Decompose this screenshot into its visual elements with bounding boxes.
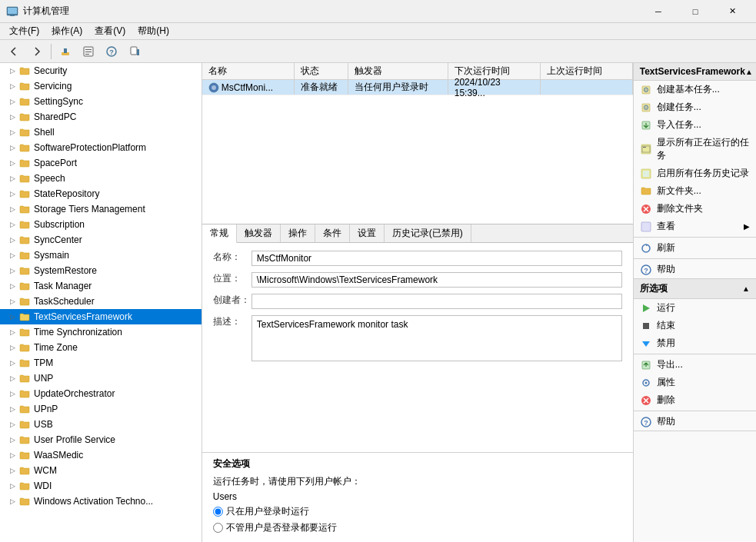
tree-item-userprofileservice[interactable]: ▷ User Profile Service	[0, 432, 201, 447]
col-header-status[interactable]: 状态	[295, 63, 348, 79]
radio-input-1[interactable]	[213, 507, 223, 517]
left-panel: ▷ Security ▷ Servicing ▷ SettingSync ▷	[0, 63, 202, 542]
right-action-show-running[interactable]: 显示所有正在运行的任务	[634, 134, 756, 165]
col-header-name[interactable]: 名称	[202, 63, 295, 79]
folder-icon	[18, 188, 31, 199]
task-detail: 常规 触发器 操作 条件 设置 历史记录(已禁用) 名称： MsCtfMonit…	[202, 224, 633, 542]
tree-item-textservices[interactable]: ▷ TextServicesFramework	[0, 309, 201, 324]
tree-item-wdi[interactable]: ▷ WDI	[0, 478, 201, 494]
desc-value-box[interactable]: TextServicesFramework monitor task	[251, 315, 622, 361]
tree-item-spaceport[interactable]: ▷ SpacePort	[0, 155, 201, 171]
right-action-help[interactable]: ? 帮助	[634, 261, 756, 278]
right-divider	[634, 237, 756, 238]
tree-item-taskscheduler[interactable]: ▷ TaskScheduler	[0, 294, 201, 309]
display-run-icon	[640, 143, 652, 155]
tree-item-upnp[interactable]: ▷ UPnP	[0, 401, 201, 417]
tab-settings[interactable]: 设置	[350, 224, 385, 242]
right-action-properties[interactable]: 属性	[634, 374, 756, 391]
tree-item-security[interactable]: ▷ Security	[0, 63, 201, 78]
col-header-trigger[interactable]: 触发器	[348, 63, 448, 79]
author-value	[251, 294, 622, 309]
right-action-end[interactable]: 结束	[634, 317, 756, 334]
tab-history[interactable]: 历史记录(已禁用)	[385, 224, 471, 242]
tree-toggle: ▷	[6, 172, 18, 185]
run-as-value: Users	[213, 491, 622, 502]
right-action-run[interactable]: 运行	[634, 299, 756, 317]
tree-item-tpm[interactable]: ▷ TPM	[0, 355, 201, 371]
location-value-box[interactable]: \Microsoft\Windows\TextServicesFramework	[251, 272, 622, 288]
tab-triggers[interactable]: 触发器	[237, 224, 281, 242]
tree-item-usb[interactable]: ▷ USB	[0, 417, 201, 432]
tree-item-label: WDI	[34, 480, 52, 491]
radio-option-2[interactable]: 不管用户是否登录都要运行	[213, 521, 622, 534]
export-toolbar-button[interactable]	[124, 42, 145, 61]
tree-item-timezone[interactable]: ▷ Time Zone	[0, 340, 201, 355]
tree-item-taskmanager[interactable]: ▷ Task Manager	[0, 278, 201, 294]
right-action-disable[interactable]: 禁用	[634, 334, 756, 352]
radio-input-2[interactable]	[213, 523, 223, 533]
tree-item-waasmedic[interactable]: ▷ WaaSMedic	[0, 447, 201, 463]
tree-item-softwareprotection[interactable]: ▷ SoftwareProtectionPlatform	[0, 140, 201, 155]
section-collapse-icon-1[interactable]: ▲	[745, 68, 753, 76]
tree-item-wcm[interactable]: ▷ WCM	[0, 463, 201, 478]
tree-item-settingsync[interactable]: ▷ SettingSync	[0, 94, 201, 109]
folder-icon	[18, 434, 31, 445]
tree-item-systemrestore[interactable]: ▷ SystemRestore	[0, 263, 201, 278]
right-action-help2[interactable]: ? 帮助	[634, 413, 756, 431]
col-header-lastrun[interactable]: 上次运行时间	[541, 63, 633, 79]
tree-item-synccenter[interactable]: ▷ SyncCenter	[0, 232, 201, 248]
tree-item-windowsactivation[interactable]: ▷ Windows Activation Techno...	[0, 494, 201, 509]
show-hide-button[interactable]	[78, 42, 99, 61]
up-button[interactable]	[55, 42, 76, 61]
author-value-box[interactable]	[251, 294, 622, 309]
close-button[interactable]: ✕	[714, 0, 750, 23]
tree-item-storagetiers[interactable]: ▷ Storage Tiers Management	[0, 201, 201, 217]
view-icon	[640, 221, 652, 233]
right-action-delete[interactable]: 删除	[634, 391, 756, 409]
tree-item-sharedpc[interactable]: ▷ SharedPC	[0, 109, 201, 125]
tree-item-updateorchestrator[interactable]: ▷ UpdateOrchestrator	[0, 386, 201, 401]
forward-button[interactable]	[26, 42, 48, 61]
right-action-delete-folder[interactable]: 删除文件夹	[634, 200, 756, 218]
section-collapse-icon-2[interactable]: ▲	[742, 284, 750, 293]
right-action-export[interactable]: 导出...	[634, 356, 756, 374]
right-action-create-basic[interactable]: ⚙ 创建基本任务...	[634, 81, 756, 98]
tree-item-speech[interactable]: ▷ Speech	[0, 171, 201, 186]
tree-item-sysmain[interactable]: ▷ Sysmain	[0, 248, 201, 263]
right-action-new-folder[interactable]: 新文件夹...	[634, 182, 756, 200]
right-action-create[interactable]: ⚙ 创建任务...	[634, 98, 756, 116]
task-trigger-cell: 当任何用户登录时	[348, 80, 448, 95]
right-action-enable-history[interactable]: 启用所有任务历史记录	[634, 165, 756, 182]
tab-actions[interactable]: 操作	[281, 224, 315, 242]
menu-file[interactable]: 文件(F)	[3, 23, 45, 39]
menu-help[interactable]: 帮助(H)	[132, 23, 175, 39]
tab-general[interactable]: 常规	[202, 224, 237, 243]
tab-conditions[interactable]: 条件	[315, 224, 350, 242]
name-value-box[interactable]: MsCtfMonitor	[251, 251, 622, 266]
tree-toggle: ▷	[6, 357, 18, 369]
tree-item-servicing[interactable]: ▷ Servicing	[0, 78, 201, 94]
tree-item-subscription[interactable]: ▷ Subscription	[0, 217, 201, 232]
svg-rect-25	[643, 171, 649, 177]
name-label: 名称：	[213, 251, 251, 264]
tree-item-unp[interactable]: ▷ UNP	[0, 371, 201, 386]
tree-item-shell[interactable]: ▷ Shell	[0, 125, 201, 140]
radio-option-1[interactable]: 只在用户登录时运行	[213, 505, 622, 518]
tree-item-timesync[interactable]: ▷ Time Synchronization	[0, 324, 201, 340]
maximize-button[interactable]: □	[678, 0, 713, 23]
right-action-refresh[interactable]: 刷新	[634, 239, 756, 257]
tree-toggle: ▷	[6, 188, 18, 200]
help-toolbar-button[interactable]: ?	[101, 42, 122, 61]
svg-text:?: ?	[644, 419, 648, 427]
menu-view[interactable]: 查看(V)	[88, 23, 132, 39]
minimize-button[interactable]: ─	[641, 0, 676, 23]
tree-item-label: TextServicesFramework	[34, 311, 132, 322]
right-action-import[interactable]: 导入任务...	[634, 116, 756, 134]
tree-item-staterepository[interactable]: ▷ StateRepository	[0, 186, 201, 201]
create-task-icon: ⚙	[640, 84, 652, 96]
back-button[interactable]	[3, 42, 25, 61]
table-row[interactable]: MsCtfMoni... 准备就绪 当任何用户登录时 2024/10/23 15…	[202, 80, 633, 95]
right-action-view[interactable]: 查看 ▶	[634, 218, 756, 235]
task-nextrun-cell: 2024/10/23 15:39...	[448, 80, 541, 95]
menu-action[interactable]: 操作(A)	[45, 23, 88, 39]
